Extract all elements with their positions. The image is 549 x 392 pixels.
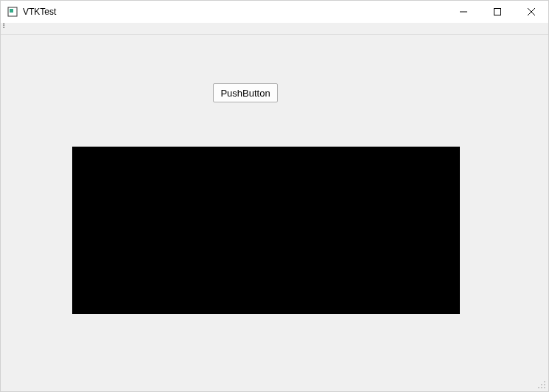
svg-point-6 bbox=[544, 381, 545, 382]
titlebar[interactable]: VTKTest bbox=[1, 1, 548, 23]
svg-point-8 bbox=[544, 384, 545, 385]
app-icon bbox=[7, 6, 18, 18]
app-window: VTKTest ⠇ PushButton bbox=[0, 0, 549, 392]
push-button[interactable]: PushButton bbox=[213, 83, 278, 102]
client-area: PushButton bbox=[1, 35, 548, 391]
vtk-render-widget[interactable] bbox=[72, 147, 460, 314]
svg-rect-3 bbox=[494, 9, 501, 15]
svg-point-11 bbox=[544, 387, 545, 388]
toolbar-strip: ⠇ bbox=[1, 23, 548, 35]
maximize-button[interactable] bbox=[480, 1, 514, 23]
toolbar-handle-icon: ⠇ bbox=[2, 22, 7, 30]
svg-rect-1 bbox=[10, 9, 13, 13]
close-button[interactable] bbox=[514, 1, 548, 23]
svg-point-9 bbox=[538, 387, 539, 388]
window-controls bbox=[447, 1, 548, 23]
window-title: VTKTest bbox=[23, 7, 56, 17]
svg-point-10 bbox=[541, 387, 542, 388]
resize-grip[interactable] bbox=[535, 378, 547, 390]
minimize-button[interactable] bbox=[447, 1, 480, 23]
push-button-label: PushButton bbox=[220, 88, 270, 99]
svg-point-7 bbox=[541, 384, 542, 385]
